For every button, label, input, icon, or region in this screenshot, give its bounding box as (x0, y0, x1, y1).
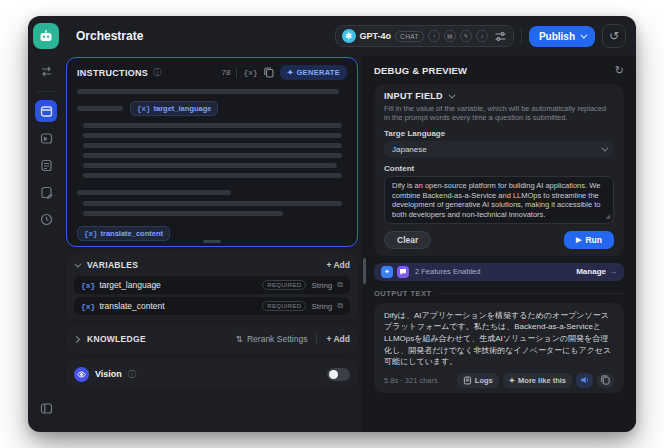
variable-prefix: {x} (81, 281, 95, 290)
target-language-select[interactable]: Japanese (384, 141, 614, 158)
chevron-down-icon[interactable] (74, 261, 82, 270)
manage-label: Manage (576, 267, 606, 276)
output-card: Difyは、AIアプリケーションを構築するためのオープンソースプラットフォームで… (374, 303, 624, 393)
add-knowledge-button[interactable]: + Add (326, 334, 350, 344)
chevron-down-icon[interactable] (448, 92, 456, 101)
play-icon: ▶ (576, 236, 581, 244)
variable-chip[interactable]: {x} target_language (130, 101, 218, 116)
variable-prefix: {x} (81, 302, 95, 311)
target-language-label: Targe Language (384, 129, 614, 138)
selected-value: Japanese (392, 145, 427, 154)
model-name: GPT-4o (360, 31, 392, 41)
panel-resize-handle[interactable] (363, 258, 366, 284)
nav-orchestrate-icon[interactable] (35, 100, 57, 122)
variables-title: VARIABLES (87, 260, 138, 270)
page-title: Orchestrate (76, 29, 143, 43)
manage-features-button[interactable]: Manage → (576, 267, 617, 276)
char-count: 78 (222, 68, 231, 77)
knowledge-section: KNOWLEDGE ⇅ Rerank Settings + Add (66, 326, 358, 353)
variable-chip[interactable]: {x} translate_content (77, 226, 170, 241)
add-variable-button[interactable]: + Add (326, 260, 350, 270)
variable-prefix: {x} (84, 230, 98, 238)
generate-button[interactable]: ✦ GENERATE (280, 65, 347, 80)
publish-button[interactable]: Publish (529, 26, 595, 47)
more-like-this-button[interactable]: ✦ More like this (503, 373, 572, 388)
openai-logo-icon: ✱ (342, 29, 356, 43)
chevron-right-icon[interactable] (74, 335, 82, 344)
model-params-icon[interactable] (494, 30, 507, 43)
rerank-icon: ⇅ (236, 334, 243, 344)
modality-vision-icon: ◔ (428, 30, 440, 42)
variable-prefix: {x} (137, 105, 151, 113)
rerank-settings-button[interactable]: ⇅ Rerank Settings (236, 334, 308, 344)
sparkle-icon: ✦ (287, 68, 294, 77)
text-to-speech-button[interactable] (576, 373, 593, 388)
app-window: Orchestrate ✱ GPT-4o CHAT ◔ ▤ ✎ ♪ Publis… (28, 16, 636, 432)
run-button[interactable]: ▶ Run (564, 231, 614, 249)
vision-toggle[interactable] (327, 368, 350, 381)
variable-row[interactable]: {x} target_language REQUIRED String ⧉ (74, 276, 350, 294)
generate-label: GENERATE (296, 68, 340, 77)
debug-panel: DEBUG & PREVIEW ↻ INPUT FIELD Fill in th… (362, 56, 636, 432)
feature-conversation-icon (397, 266, 409, 278)
nav-api-icon[interactable] (35, 127, 57, 149)
variable-type: String (311, 302, 332, 311)
info-icon: ⓘ (128, 369, 136, 380)
version-history-button[interactable]: ↺ (602, 24, 626, 48)
content-value: Dify is an open-source platform for buil… (392, 181, 600, 219)
insert-variable-icon[interactable]: {x} (243, 68, 257, 77)
knowledge-title: KNOWLEDGE (87, 334, 146, 344)
output-title: OUTPUT TEXT (374, 289, 432, 298)
chevron-down-icon (580, 31, 587, 38)
debug-title: DEBUG & PREVIEW (374, 65, 467, 76)
collapse-panel-icon[interactable] (35, 397, 57, 419)
variable-name: target_language (154, 104, 212, 113)
variable-row[interactable]: {x} translate_content REQUIRED String ⧉ (74, 297, 350, 315)
logs-button[interactable]: Logs (457, 373, 499, 388)
vision-section: Vision ⓘ (66, 359, 358, 390)
feature-moderation-icon: ✦ (381, 266, 393, 278)
divider (316, 334, 317, 344)
input-field-title: INPUT FIELD (384, 91, 443, 101)
resize-handle[interactable] (203, 240, 221, 243)
vision-eye-icon (74, 367, 89, 382)
required-badge: REQUIRED (262, 280, 306, 290)
model-mode-badge: CHAT (395, 31, 424, 42)
resize-grip-icon[interactable]: ◢ (605, 213, 610, 221)
swap-model-icon[interactable] (35, 60, 57, 82)
prompt-column: INSTRUCTIONS ⓘ 78 {x} ✦ GENERATE (64, 56, 362, 432)
nav-monitoring-icon[interactable] (35, 208, 57, 230)
copy-icon (601, 375, 610, 385)
topbar-divider (521, 28, 522, 44)
change-type-icon[interactable]: ⧉ (337, 280, 343, 290)
run-label: Run (585, 235, 602, 245)
instructions-panel[interactable]: INSTRUCTIONS ⓘ 78 {x} ✦ GENERATE (66, 57, 358, 247)
input-field-card: INPUT FIELD Fill in the value of the var… (374, 84, 624, 256)
rail-divider (37, 91, 55, 92)
chevron-down-icon (601, 144, 608, 151)
restart-icon[interactable]: ↻ (615, 64, 624, 77)
prompt-skeleton: {x} target_language {x} (77, 89, 347, 241)
required-badge: REQUIRED (262, 301, 306, 311)
rerank-label: Rerank Settings (247, 334, 307, 344)
model-selector[interactable]: ✱ GPT-4o CHAT ◔ ▤ ✎ ♪ (335, 25, 514, 47)
clear-button[interactable]: Clear (384, 231, 431, 249)
sparkle-icon: ✦ (509, 376, 515, 385)
output-text: Difyは、AIアプリケーションを構築するためのオープンソースプラットフォームで… (384, 310, 614, 368)
speaker-icon (580, 375, 590, 385)
change-type-icon[interactable]: ⧉ (337, 301, 343, 311)
copy-output-button[interactable] (597, 373, 614, 388)
features-bar[interactable]: ✦ 2 Features Enabled Manage → (374, 263, 624, 281)
output-divider (439, 293, 624, 294)
instructions-title: INSTRUCTIONS (77, 68, 148, 78)
nav-annotation-icon[interactable] (35, 181, 57, 203)
info-icon: ⓘ (153, 67, 161, 78)
nav-logs-icon[interactable] (35, 154, 57, 176)
input-field-description: Fill in the value of the variable, which… (384, 104, 614, 123)
app-logo-icon[interactable] (33, 23, 59, 49)
modality-document-icon: ▤ (444, 30, 456, 42)
variables-section: VARIABLES + Add {x} target_language REQU… (66, 253, 358, 320)
content-textarea[interactable]: Dify is an open-source platform for buil… (384, 176, 614, 224)
modality-audio-icon: ♪ (476, 30, 488, 42)
copy-prompt-icon[interactable] (264, 67, 274, 78)
